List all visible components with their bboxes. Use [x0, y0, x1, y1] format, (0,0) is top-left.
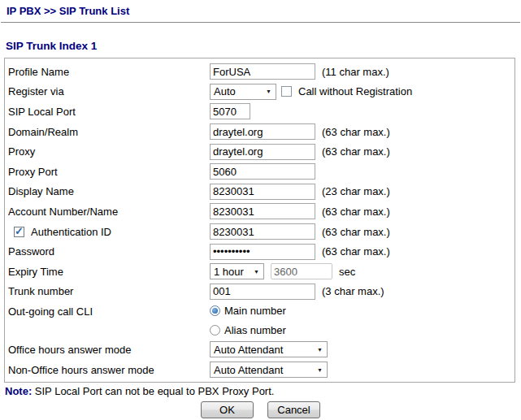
main-number-option: Main number	[210, 301, 286, 321]
sip-local-port-label: SIP Local Port	[8, 106, 76, 118]
page: IP PBX >> SIP Trunk List SIP Trunk Index…	[0, 0, 521, 418]
expiry-time-select[interactable]: 1 hour ▼	[210, 263, 264, 279]
page-title: SIP Trunk Index 1	[6, 40, 521, 52]
main-number-radio[interactable]	[210, 305, 220, 316]
account-number-label: Account Number/Name	[8, 206, 118, 218]
expiry-time-unit: sec	[339, 266, 355, 278]
non-office-hours-value: Auto Attendant	[214, 364, 283, 376]
auth-id-row: Authentication ID (63 char max.)	[5, 222, 514, 242]
account-number-input[interactable]	[210, 203, 315, 219]
display-name-row: Display Name (23 char max.)	[5, 182, 514, 202]
alias-number-radio[interactable]	[210, 325, 220, 336]
account-number-hint: (63 char max.)	[322, 206, 390, 218]
office-hours-row: Office hours answer mode Auto Attendant …	[5, 340, 514, 360]
profile-name-row: Profile Name (11 char max.)	[5, 62, 514, 82]
office-hours-label: Office hours answer mode	[8, 344, 132, 356]
outgoing-cli-row: Out-going call CLI Main number Alias num…	[5, 301, 514, 340]
chevron-down-icon: ▼	[254, 269, 259, 275]
authentication-id-checkbox[interactable]	[14, 227, 24, 237]
password-input[interactable]	[210, 244, 315, 260]
proxy-port-input[interactable]	[210, 163, 315, 180]
note: Note: SIP Local Port can not be equal to…	[5, 385, 521, 397]
non-office-hours-label: Non-Office hours answer mode	[8, 364, 154, 376]
register-via-value: Auto	[214, 85, 236, 97]
chevron-down-icon: ▼	[317, 367, 323, 373]
proxy-hint: (63 char max.)	[322, 145, 390, 158]
sip-trunk-form: Profile Name (11 char max.) Register via…	[4, 58, 515, 383]
domain-realm-label: Domain/Realm	[8, 126, 78, 138]
trunk-number-label: Trunk number	[8, 285, 73, 297]
call-without-registration-label: Call without Registration	[298, 85, 412, 97]
trunk-number-hint: (3 char max.)	[322, 285, 384, 297]
display-name-input[interactable]	[210, 184, 315, 200]
domain-realm-hint: (63 char max.)	[322, 126, 390, 138]
proxy-port-row: Proxy Port	[5, 162, 514, 182]
proxy-row: Proxy (63 char max.)	[5, 141, 514, 162]
expiry-time-value: 1 hour	[214, 266, 244, 278]
domain-realm-row: Domain/Realm (63 char max.)	[5, 122, 514, 142]
ok-button[interactable]: OK	[201, 401, 254, 418]
alias-number-option: Alias number	[210, 321, 286, 340]
profile-name-label: Profile Name	[8, 66, 69, 78]
domain-realm-input[interactable]	[210, 123, 315, 140]
outgoing-cli-label: Out-going call CLI	[8, 305, 93, 318]
account-number-row: Account Number/Name (63 char max.)	[5, 201, 514, 222]
display-name-hint: (23 char max.)	[322, 185, 390, 197]
button-row: OK Cancel	[0, 401, 521, 418]
office-hours-value: Auto Attendant	[214, 344, 283, 356]
non-office-hours-row: Non-Office hours answer mode Auto Attend…	[5, 360, 514, 380]
profile-name-input[interactable]	[210, 63, 315, 80]
chevron-down-icon: ▼	[266, 89, 271, 94]
expiry-time-label: Expiry Time	[8, 266, 63, 278]
chevron-down-icon: ▼	[317, 347, 323, 353]
divider	[1, 22, 520, 23]
password-hint: (63 char max.)	[322, 245, 390, 258]
sip-local-port-row: SIP Local Port	[5, 102, 514, 122]
proxy-input[interactable]	[210, 144, 315, 160]
password-label: Password	[8, 245, 54, 258]
register-via-label: Register via	[8, 85, 64, 97]
trunk-number-input[interactable]	[210, 284, 315, 300]
register-via-select[interactable]: Auto ▼	[210, 84, 276, 100]
breadcrumb: IP PBX >> SIP Trunk List	[0, 0, 521, 17]
authentication-id-input[interactable]	[210, 223, 315, 240]
note-text: SIP Local Port can not be equal to PBX P…	[32, 385, 274, 397]
display-name-label: Display Name	[8, 185, 74, 197]
main-number-label: Main number	[224, 305, 286, 317]
office-hours-select[interactable]: Auto Attendant ▼	[210, 341, 328, 357]
register-via-row: Register via Auto ▼ Call without Registr…	[5, 82, 514, 102]
sip-local-port-input[interactable]	[210, 103, 250, 119]
proxy-label: Proxy	[8, 145, 35, 158]
alias-number-label: Alias number	[224, 324, 286, 336]
call-without-registration-checkbox[interactable]	[281, 86, 292, 97]
password-row: Password (63 char max.)	[5, 241, 514, 262]
cancel-button[interactable]: Cancel	[267, 401, 320, 418]
authentication-id-hint: (63 char max.)	[322, 226, 390, 238]
non-office-hours-select[interactable]: Auto Attendant ▼	[210, 362, 328, 378]
note-prefix: Note:	[5, 385, 32, 397]
authentication-id-label: Authentication ID	[31, 226, 111, 238]
profile-name-hint: (11 char max.)	[322, 66, 389, 78]
expiry-time-row: Expiry Time 1 hour ▼ sec	[5, 262, 514, 282]
expiry-seconds-input	[271, 263, 332, 279]
proxy-port-label: Proxy Port	[8, 166, 58, 178]
trunk-number-row: Trunk number (3 char max.)	[5, 282, 514, 302]
